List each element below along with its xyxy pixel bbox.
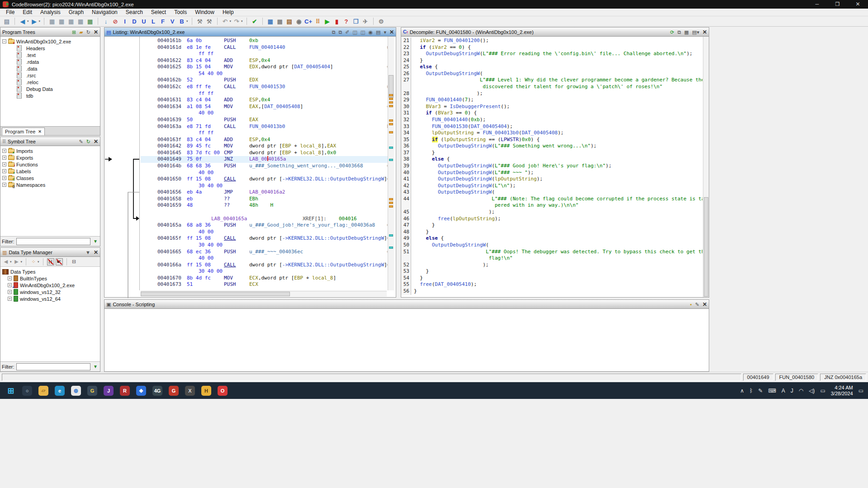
decompile-line[interactable]: 21iVar2 = FUN_00401200(); xyxy=(401,38,702,44)
decompile-line[interactable]: 31if (BVar3 == 0) { xyxy=(401,110,702,117)
help-icon[interactable]: ? xyxy=(342,17,351,25)
close-button[interactable]: ✕ xyxy=(848,0,868,9)
close-panel-icon[interactable]: ✕ xyxy=(94,29,98,35)
table-icon[interactable]: ▦ xyxy=(266,17,275,25)
dtm-header[interactable]: ▥ Data Type Manager ▼ ✕ xyxy=(0,248,100,257)
decompile-line[interactable]: 27L"### Level 1: Why did the clever prog… xyxy=(401,77,702,84)
maximize-button[interactable]: ❒ xyxy=(827,0,848,9)
decompile-line[interactable]: discovered their talent for growing a \'… xyxy=(401,84,702,90)
define-data-icon[interactable]: D xyxy=(130,17,138,25)
dtm-filter-arrays-icon[interactable]: N xyxy=(47,258,54,265)
new-tree-icon[interactable]: ⊞ xyxy=(72,29,76,35)
expand-icon[interactable]: + xyxy=(8,290,12,294)
symbol-tree-item-namespaces[interactable]: +{}Namespaces xyxy=(0,181,100,188)
listing-scrollbar[interactable] xyxy=(388,37,394,290)
decompile-line[interactable]: 48} xyxy=(401,229,702,236)
decompile-line[interactable]: 32FUN_00401440(0xb); xyxy=(401,117,702,123)
cpp-icon[interactable]: C+ xyxy=(304,17,313,25)
datatypes-icon[interactable]: ⠿ xyxy=(314,17,322,25)
hex-app-icon[interactable]: H xyxy=(198,384,214,398)
menu-analysis[interactable]: Analysis xyxy=(36,9,65,15)
copy-icon[interactable]: ⧉ xyxy=(332,29,336,35)
decompile-line[interactable]: flag!\n" xyxy=(401,255,702,262)
battery-icon[interactable]: ▭ xyxy=(820,388,825,393)
validate-icon[interactable]: ✔ xyxy=(251,17,259,25)
chrome-icon[interactable]: ◍ xyxy=(68,384,84,398)
copy-icon[interactable]: ⧉ xyxy=(678,29,681,35)
expand-icon[interactable]: + xyxy=(8,297,12,301)
forward-arrow-icon[interactable]: ▶ xyxy=(30,17,38,25)
taskbar-clock[interactable]: 4:24 AM 3/28/2024 xyxy=(831,385,853,397)
expand-icon[interactable]: + xyxy=(2,183,6,187)
listing-row[interactable]: 40 00 xyxy=(141,255,389,262)
console-output[interactable] xyxy=(104,309,709,371)
menu-tools[interactable]: Tools xyxy=(170,9,191,15)
listing-row[interactable]: 0040163f83 c4 04ADDESP,0x4 xyxy=(141,137,389,143)
listing-row[interactable]: 0040165fff 15 08CALLdword ptr [->KERNEL3… xyxy=(141,235,389,242)
cursor-edit-icon[interactable]: ✐ xyxy=(345,29,349,35)
refresh-icon[interactable]: ⟳ xyxy=(670,29,674,35)
search-icon[interactable]: ○ xyxy=(19,384,35,398)
ime-mode-icon[interactable]: A xyxy=(782,388,785,393)
forward-caret-icon[interactable]: ▾ xyxy=(39,19,41,23)
decompile-line[interactable]: 24} xyxy=(401,57,702,64)
undo-caret-icon[interactable]: ▾ xyxy=(230,19,232,23)
decompile-line[interactable]: 53} xyxy=(401,268,702,275)
redo-icon[interactable]: ↷ xyxy=(232,17,241,25)
snapshot-icon[interactable]: ◉ xyxy=(295,17,303,25)
decompile-line[interactable]: 36OutputDebugStringW(L"### Something wen… xyxy=(401,143,702,150)
close-panel-icon[interactable]: ✕ xyxy=(702,29,707,35)
folder-icon[interactable]: ▰ xyxy=(79,29,83,35)
pen-icon[interactable]: ✎ xyxy=(758,388,763,393)
listing-row[interactable]: ff ff xyxy=(141,90,389,97)
program-tree-item[interactable]: .data xyxy=(0,65,100,72)
decompile-line[interactable]: 25else { xyxy=(401,64,702,71)
decompile-line[interactable]: 50OutputDebugStringW( xyxy=(401,242,702,249)
listing-row[interactable]: 30 40 00 xyxy=(141,268,389,275)
menu-caret-icon[interactable]: ▤▾ xyxy=(692,29,699,35)
symbol-filter-input[interactable] xyxy=(16,238,91,245)
opera-icon[interactable]: O xyxy=(214,384,231,398)
debugger-app-icon[interactable]: X xyxy=(182,384,198,398)
decompile-line[interactable]: pered with in any way.)\n\n" xyxy=(401,202,702,209)
listing-row[interactable]: 40 00 xyxy=(141,170,389,176)
program-trees-header[interactable]: Program Trees ⊞ ▰ ↻ ✕ xyxy=(0,28,100,37)
dtm-forward-icon[interactable]: ▶ xyxy=(13,258,20,265)
memory-map-icon-4[interactable]: ▦ xyxy=(76,17,85,25)
pdf-app-icon[interactable]: R xyxy=(117,384,133,398)
menu-select[interactable]: Select xyxy=(147,9,170,15)
data-type-archive[interactable]: +windows_vs12_64 xyxy=(0,295,100,302)
minimize-button[interactable]: ─ xyxy=(807,0,827,9)
collapse-icon[interactable]: − xyxy=(2,39,6,43)
disassemble-i-icon[interactable]: I xyxy=(121,17,129,25)
decompile-line[interactable]: 34lpOutputString = FUN_004013b0(DAT_0040… xyxy=(401,130,702,137)
reanalyze-icon[interactable]: ⚒ xyxy=(196,17,204,25)
listing-row[interactable]: 0040164b68 68 36PUSHu_###_Something_went… xyxy=(141,163,389,170)
listing-row[interactable]: 0040164289 45 fcMOVdword ptr [EBP + loca… xyxy=(141,143,389,150)
symbol-tree-item-labels[interactable]: +●Labels xyxy=(0,168,100,175)
listing-row[interactable]: 004016708b 4d fcMOVECX,dword ptr [EBP + … xyxy=(141,275,389,282)
paste-icon[interactable]: ⧉ xyxy=(339,29,342,35)
decompile-line[interactable]: 44L"### (Note: The flag could become cor… xyxy=(401,196,702,203)
listing-row[interactable]: 0040164583 7d fc 00CMPdword ptr [EBP + l… xyxy=(141,150,389,156)
window-icon[interactable]: ❒ xyxy=(352,17,360,25)
terminal-app-icon[interactable]: G xyxy=(84,384,100,398)
program-tree-item[interactable]: tdb xyxy=(0,92,100,99)
listing-hscrollbar-thumb[interactable] xyxy=(141,292,290,296)
ime-lang-icon[interactable]: J xyxy=(791,388,793,393)
listing-row[interactable]: 00401634a1 08 54MOVEAX,[DAT_00405408]= ? xyxy=(141,104,389,110)
decompile-line[interactable]: 37} xyxy=(401,150,702,156)
symbol-tree-item-classes[interactable]: +CClasses xyxy=(0,175,100,181)
dtm-collapse-all-icon[interactable]: ⊟ xyxy=(71,258,78,265)
symbol-tree-header[interactable]: ⠿ Symbol Tree ✎ ↻ ✕ xyxy=(0,137,100,146)
decompile-line[interactable]: 38else { xyxy=(401,156,702,163)
cursor-down-icon[interactable]: ↓ xyxy=(102,17,110,25)
listing-hscrollbar[interactable] xyxy=(141,291,387,297)
export-icon[interactable]: ▦ xyxy=(684,29,689,35)
listing-row[interactable]: 30 40 00 xyxy=(141,242,389,249)
filter-funnel-icon[interactable]: ▼ xyxy=(92,238,99,245)
decompile-line[interactable]: 54} xyxy=(401,275,702,282)
undefine-icon[interactable]: U xyxy=(140,17,148,25)
symbol-tree-item-exports[interactable]: +Exports xyxy=(0,154,100,161)
decompile-scrollbar[interactable] xyxy=(703,37,709,297)
